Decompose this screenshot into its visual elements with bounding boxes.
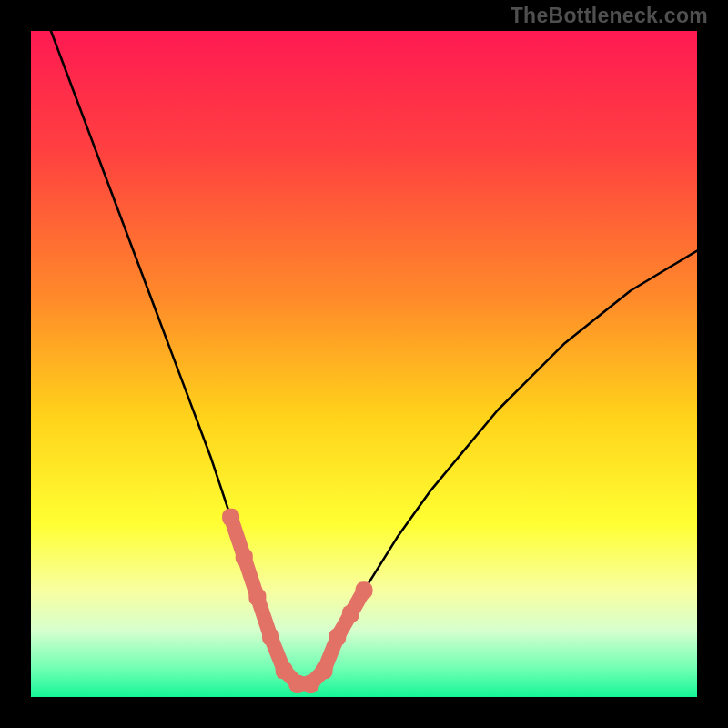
highlight-dot — [302, 675, 319, 693]
highlight-dot — [355, 581, 372, 599]
bottleneck-curve-svg — [31, 31, 697, 697]
watermark-text: TheBottleneck.com — [511, 4, 708, 28]
highlight-dot — [342, 605, 359, 622]
outer-black-frame: TheBottleneck.com — [0, 0, 728, 728]
highlight-right-ascent — [324, 591, 364, 671]
plot-area — [31, 31, 697, 697]
highlight-left-descent — [231, 517, 271, 637]
highlight-dot — [276, 662, 293, 679]
highlight-dot — [316, 662, 333, 679]
highlight-dot — [236, 549, 253, 566]
highlight-dot — [248, 589, 266, 606]
highlight-dot — [222, 509, 239, 526]
bottleneck-curve — [51, 31, 697, 683]
highlight-dot — [329, 629, 346, 646]
highlight-dot — [262, 629, 279, 646]
